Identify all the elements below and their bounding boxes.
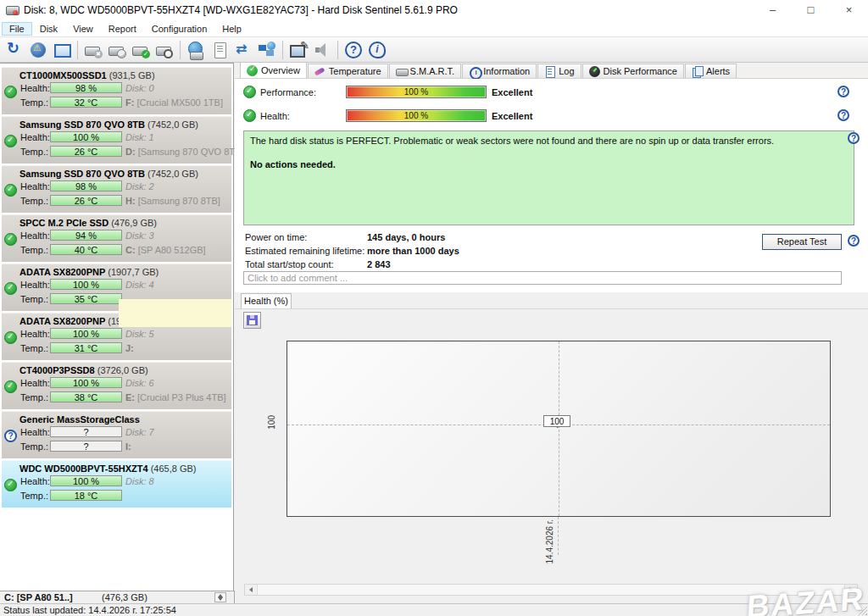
- health-value-bar: 98 %: [50, 180, 122, 191]
- toolbar-help-button[interactable]: [342, 39, 365, 61]
- drive-name: [Samsung 870 8TB]: [138, 196, 220, 206]
- status-line-2: No actions needed.: [250, 159, 848, 171]
- health-chart-section: Health (%) 100 100 14.4.2026 г.: [235, 292, 868, 603]
- minimize-button[interactable]: –: [754, 0, 792, 20]
- menu-report[interactable]: Report: [101, 22, 144, 36]
- repeat-test-button[interactable]: Repeat Test: [762, 234, 842, 250]
- ok-status-icon: [243, 86, 256, 98]
- y-axis-tick-label: 100: [267, 415, 276, 430]
- toolbar-separator: [337, 41, 338, 59]
- toolbar-separator: [282, 41, 283, 59]
- temperature-tab-icon: [314, 66, 326, 77]
- disk-size: (465,8 GB): [151, 463, 197, 474]
- disk-list-item[interactable]: Generic MassStorageClass Health: ? Disk:…: [2, 411, 231, 458]
- detail-label: Estimated remaining lifetime:: [245, 246, 364, 256]
- toolbar-report-button[interactable]: [208, 39, 231, 61]
- toolbar-display-test-button[interactable]: [50, 39, 74, 61]
- close-button[interactable]: ×: [830, 0, 868, 20]
- help-icon[interactable]: [837, 109, 849, 121]
- drive-letter: F:: [125, 97, 134, 108]
- toolbar: [0, 37, 868, 63]
- disk-number: Disk: 5: [125, 329, 154, 339]
- performance-label: Performance:: [260, 87, 316, 97]
- disk-list-item[interactable]: WDC WD5000BPVT-55HXZT4 (465,8 GB) Health…: [2, 460, 231, 508]
- disk-size: (7452,0 GB): [147, 119, 198, 130]
- help-icon[interactable]: [848, 132, 860, 144]
- menubar: FileDiskViewReportConfigurationHelp: [0, 20, 868, 37]
- tab-label: Information: [483, 66, 530, 76]
- help-icon[interactable]: [848, 235, 860, 247]
- spinner-down-icon[interactable]: [218, 597, 223, 601]
- save-chart-button[interactable]: [243, 312, 261, 329]
- temperature-label: Temp.:: [20, 392, 48, 402]
- drive-info: H: [Samsung 870 8TB]: [125, 196, 220, 206]
- tab-alerts[interactable]: Alerts: [685, 64, 737, 78]
- tab-disk-performance[interactable]: Disk Performance: [582, 64, 684, 78]
- network-share-icon: [258, 41, 276, 59]
- info-icon: [368, 41, 387, 59]
- tab-temperature[interactable]: Temperature: [308, 64, 388, 78]
- ok-status-icon: [243, 109, 256, 122]
- toolbar-desktop-edit-button[interactable]: [287, 39, 310, 61]
- drive-name: [Crucial P3 Plus 4TB]: [137, 392, 226, 402]
- comment-input[interactable]: [243, 271, 842, 285]
- health-rating: Excellent: [492, 111, 532, 121]
- drive-space-selector[interactable]: C: [SP A80 51..] (476,3 GB): [0, 591, 235, 603]
- toolbar-disk-ok-button[interactable]: [129, 39, 153, 61]
- health-label: Health:: [20, 329, 50, 339]
- tab-overview[interactable]: Overview: [240, 62, 307, 78]
- disk-list-item[interactable]: Samsung SSD 870 QVO 8TB (7452,0 GB) Heal…: [2, 116, 231, 164]
- drive-letter: I:: [125, 441, 131, 452]
- disk-number: Disk: 7: [125, 427, 154, 437]
- disk-list-item[interactable]: CT1000MX500SSD1 (931,5 GB) Health: 98 % …: [2, 67, 231, 114]
- toolbar-disk-search-button[interactable]: [153, 39, 176, 61]
- health-bar: 100 %: [346, 109, 487, 122]
- tab-log[interactable]: Log: [537, 64, 581, 78]
- drive-letter: H:: [125, 196, 136, 206]
- log-tab-icon: [544, 66, 555, 77]
- menu-file[interactable]: File: [2, 22, 32, 36]
- toolbar-network-drives-button[interactable]: [184, 39, 208, 61]
- health-value-bar: 100 %: [50, 328, 122, 339]
- health-row: Health: 100 % Excellent: [243, 109, 860, 123]
- health-value-bar: 100 %: [50, 131, 122, 142]
- tab-information[interactable]: Information: [462, 64, 537, 78]
- maximize-button[interactable]: □: [792, 0, 830, 20]
- gridline-extension: [558, 517, 559, 555]
- toolbar-info-button[interactable]: [365, 39, 389, 61]
- toolbar-refresh-button[interactable]: [3, 39, 26, 61]
- menu-view[interactable]: View: [65, 22, 101, 36]
- toolbar-disk-remove-button[interactable]: [81, 39, 105, 61]
- x-axis-tick-label: 14.4.2026 г.: [545, 519, 554, 563]
- toolbar-sound-button[interactable]: [310, 39, 334, 61]
- temperature-label: Temp.:: [20, 147, 48, 157]
- temperature-label: Temp.:: [20, 245, 48, 255]
- detail-label: Total start/stop count:: [245, 259, 334, 269]
- temperature-label: Temp.:: [20, 97, 48, 108]
- disk-name: Samsung SSD 870 QVO 8TB: [19, 119, 145, 130]
- disk-list: CT1000MX500SSD1 (931,5 GB) Health: 98 % …: [0, 63, 234, 591]
- power-on-time-row: Power on time: 145 days, 0 hours: [245, 232, 307, 245]
- health-percent-tab[interactable]: Health (%): [241, 293, 292, 308]
- window-title: Disk: 8, WDC WD5000BPVT-55HXZT4 [WD-WXG1…: [24, 4, 458, 16]
- health-label: Health:: [20, 132, 50, 142]
- disk-list-item[interactable]: SPCC M.2 PCIe SSD (476,9 GB) Health: 94 …: [2, 214, 231, 262]
- toolbar-alert-settings-button[interactable]: [26, 39, 50, 61]
- scroll-left-arrow-icon[interactable]: [245, 585, 258, 595]
- drive-selector-spinner[interactable]: [214, 592, 226, 602]
- disk-list-item[interactable]: Samsung SSD 870 QVO 8TB (7452,0 GB) Heal…: [2, 165, 231, 213]
- toolbar-network-share-button[interactable]: [255, 39, 279, 61]
- toolbar-disk-schedule-button[interactable]: [105, 39, 129, 61]
- toolbar-sync-arrows-button[interactable]: [231, 39, 255, 61]
- disk-list-item[interactable]: CT4000P3PSSD8 (3726,0 GB) Health: 100 % …: [2, 362, 231, 409]
- help-icon[interactable]: [837, 86, 849, 97]
- tab-s-m-a-r-t[interactable]: S.M.A.R.T.: [389, 64, 462, 78]
- menu-disk[interactable]: Disk: [32, 22, 65, 36]
- status-bar-text: Status last updated: 14.4.2026 г. 17:25:…: [3, 605, 176, 615]
- sync-arrows-icon: [234, 41, 253, 59]
- disk-name: Samsung SSD 870 QVO 8TB: [19, 169, 145, 179]
- help-icon: [344, 41, 363, 59]
- menu-configuration[interactable]: Configuration: [144, 22, 214, 36]
- menu-help[interactable]: Help: [214, 22, 249, 36]
- disk-size: (7452,0 GB): [147, 169, 198, 179]
